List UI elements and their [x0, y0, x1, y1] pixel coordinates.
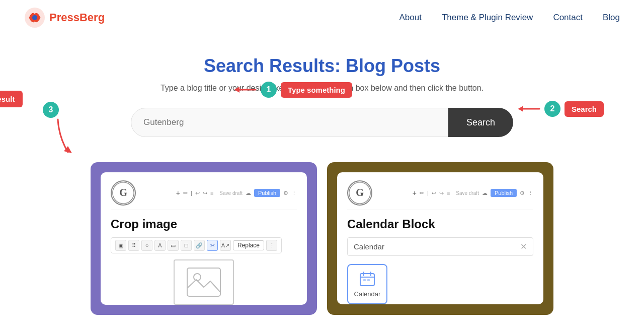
search-container: See the result 3 1 Type something [131, 108, 513, 137]
et-textbox[interactable]: A↗ [220, 240, 231, 251]
et-rect2[interactable]: □ [181, 240, 192, 251]
image-icon [186, 267, 221, 297]
type-annotation: 1 Type something [231, 82, 352, 98]
nav-about[interactable]: About [399, 13, 422, 22]
toolbar-undo-2: ↩ [432, 190, 436, 196]
card-logo-2: G [347, 180, 372, 206]
card-title-1: Crop image [111, 217, 297, 231]
calendar-widget-label: Calendar [354, 290, 381, 298]
svg-marker-3 [234, 87, 239, 93]
card-crop-image-inner: G + ✏ | ↩ ↪ ≡ Save draft ☁ Publish [101, 172, 307, 305]
et-dots[interactable]: ⋮ [266, 240, 277, 251]
card-calendar: G + ✏ | ↩ ↪ ≡ Save draft ☁ Publish [327, 162, 553, 315]
gutenberg-logo-2: G [348, 180, 371, 206]
settings-icon-1: ⚙ [283, 190, 288, 196]
svg-rect-15 [363, 279, 366, 281]
left-annotations: See the result 3 [43, 98, 78, 157]
card-topbar-1: G + ✏ | ↩ ↪ ≡ Save draft ☁ Publish [111, 180, 297, 210]
toolbar-more: ≡ [210, 190, 213, 196]
arrow-down-left-icon [48, 117, 78, 157]
et-circle[interactable]: ○ [141, 240, 152, 251]
menu-icon-2: ⋮ [528, 190, 533, 196]
badge-2: 2 [544, 101, 560, 117]
svg-point-1 [32, 15, 37, 20]
toolbar-icon-plus-2: + [413, 189, 417, 197]
nav-contact[interactable]: Contact [553, 13, 583, 22]
editor-toolbar-1: ▣ ⠿ ○ A ▭ □ 🔗 ✂ A↗ Replace ⋮ [111, 237, 282, 253]
toolbar-separator: | [191, 190, 192, 196]
et-text[interactable]: A [154, 240, 166, 251]
toolbar-icon-edit: ✏ [183, 190, 188, 196]
et-replace[interactable]: Replace [233, 240, 264, 250]
page-title: Search Results: Blog Posts [91, 55, 553, 77]
svg-text:G: G [119, 187, 127, 198]
card-topbar-2: G + ✏ | ↩ ↪ ≡ Save draft ☁ Publish [347, 180, 533, 210]
svg-marker-4 [518, 106, 523, 112]
svg-rect-16 [367, 279, 370, 281]
calendar-search-box: Calendar ✕ [347, 237, 533, 256]
et-link[interactable]: 🔗 [194, 240, 205, 251]
calendar-search-text: Calendar [354, 242, 384, 251]
search-button[interactable]: Search [448, 108, 513, 137]
search-input-wrapper [131, 108, 448, 137]
gutenberg-logo-1: G [112, 180, 135, 206]
menu-icon-1: ⋮ [291, 190, 297, 196]
preview-icon: ☁ [246, 190, 251, 196]
arrow-left-2-icon [515, 101, 540, 116]
nav-blog[interactable]: Blog [603, 13, 620, 22]
save-draft-label-2: Save draft [456, 190, 479, 196]
toolbar-redo-2: ↪ [439, 190, 444, 196]
cards-row: G + ✏ | ↩ ↪ ≡ Save draft ☁ Publish [91, 162, 553, 315]
search-annotation: 2 Search [515, 101, 604, 117]
toolbar-icon-plus: + [176, 189, 180, 197]
toolbar-icon-edit-2: ✏ [420, 190, 424, 196]
svg-point-8 [194, 274, 201, 281]
search-bar-wrapper: 1 Type something Search 2 Search [131, 108, 513, 137]
logo-text: PressBerg [49, 11, 105, 24]
card-crop-image: G + ✏ | ↩ ↪ ≡ Save draft ☁ Publish [91, 162, 317, 315]
badge-3: 3 [43, 102, 59, 118]
et-crop[interactable]: ✂ [207, 240, 218, 251]
svg-rect-7 [187, 268, 220, 296]
save-draft-label: Save draft [219, 190, 243, 196]
calendar-close-icon[interactable]: ✕ [520, 242, 527, 251]
et-img[interactable]: ▣ [115, 240, 126, 251]
card-calendar-inner: G + ✏ | ↩ ↪ ≡ Save draft ☁ Publish [337, 172, 543, 304]
calendar-widget[interactable]: Calendar [347, 264, 387, 304]
card-logo-1: G [111, 180, 136, 206]
arrow-left-1-icon [231, 82, 257, 97]
logo-icon [24, 7, 45, 28]
toolbar-separator-2: | [427, 190, 429, 196]
annotation-type-something: Type something [281, 82, 352, 98]
svg-text:G: G [356, 187, 364, 198]
et-rect1[interactable]: ▭ [168, 240, 179, 251]
toolbar-undo: ↩ [195, 190, 200, 196]
card-toolbar-1: + ✏ | ↩ ↪ ≡ Save draft ☁ Publish ⚙ ⋮ [176, 189, 297, 197]
preview-icon-2: ☁ [482, 190, 488, 196]
image-placeholder [174, 259, 234, 305]
search-input[interactable] [143, 117, 436, 127]
card-toolbar-2: + ✏ | ↩ ↪ ≡ Save draft ☁ Publish ⚙ ⋮ [413, 189, 533, 197]
navbar: PressBerg About Theme & Plugin Review Co… [0, 0, 644, 35]
settings-icon-2: ⚙ [520, 190, 525, 196]
publish-btn-2[interactable]: Publish [491, 189, 517, 197]
annotation-see-result: See the result [0, 91, 23, 107]
main-content: Search Results: Blog Posts Type a blog t… [80, 35, 564, 325]
toolbar-redo: ↪ [203, 190, 207, 196]
logo-link[interactable]: PressBerg [24, 7, 105, 28]
nav-links: About Theme & Plugin Review Contact Blog [399, 13, 620, 23]
et-move[interactable]: ⠿ [128, 240, 139, 251]
publish-btn-1[interactable]: Publish [254, 189, 280, 197]
toolbar-more-2: ≡ [447, 190, 450, 196]
calendar-icon [359, 271, 375, 287]
card-title-2: Calendar Block [347, 217, 533, 231]
badge-1: 1 [261, 82, 277, 98]
annotation-search: Search [565, 101, 604, 117]
nav-theme-plugin[interactable]: Theme & Plugin Review [442, 13, 533, 22]
